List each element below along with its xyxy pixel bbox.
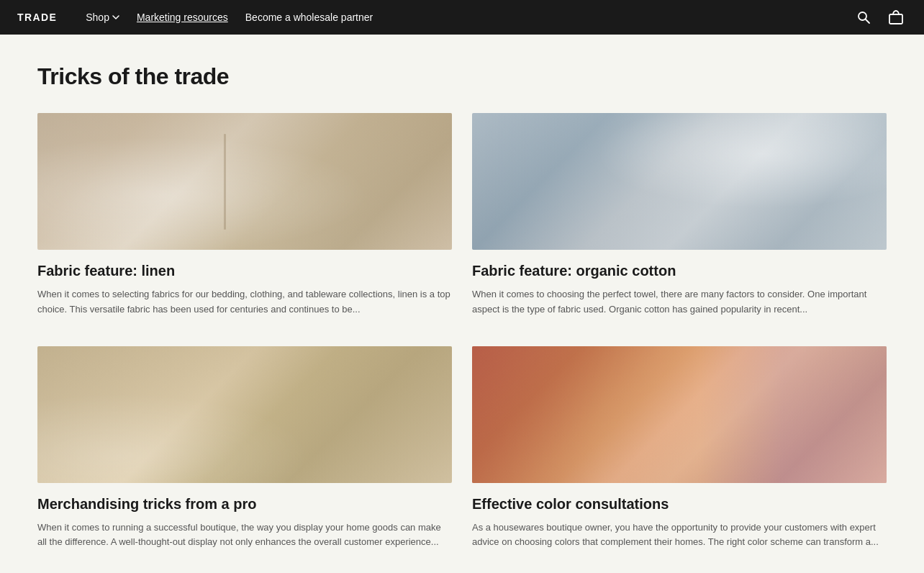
brand-logo[interactable]: TRADE — [17, 12, 57, 23]
navbar: TRADE Shop Marketing resources Become a … — [0, 0, 924, 35]
article-excerpt-merch: When it comes to running a successful bo… — [37, 520, 452, 551]
article-excerpt-color: As a housewares boutique owner, you have… — [472, 520, 887, 551]
article-thumbnail-color — [472, 346, 887, 483]
cart-icon — [888, 10, 904, 24]
article-thumbnail-cotton — [472, 113, 887, 250]
nav-icons — [853, 7, 907, 27]
article-title-merch: Merchandising tricks from a pro — [37, 495, 452, 513]
nav-wholesale[interactable]: Become a wholesale partner — [240, 9, 379, 26]
article-excerpt-linen: When it comes to selecting fabrics for o… — [37, 287, 452, 317]
nav-links: Shop Marketing resources Become a wholes… — [80, 9, 830, 26]
article-excerpt-cotton: When it comes to choosing the perfect to… — [472, 287, 887, 317]
articles-grid: Fabric feature: linen When it comes to s… — [37, 113, 887, 550]
article-image-cotton — [472, 113, 887, 250]
article-title-linen: Fabric feature: linen — [37, 261, 452, 280]
article-card-linen[interactable]: Fabric feature: linen When it comes to s… — [37, 113, 452, 317]
article-image-merch — [37, 346, 452, 483]
article-card-cotton[interactable]: Fabric feature: organic cotton When it c… — [472, 113, 887, 317]
article-image-color — [472, 346, 887, 483]
article-title-color: Effective color consultations — [472, 495, 887, 513]
article-image-linen — [37, 113, 452, 250]
search-icon — [856, 10, 871, 24]
search-button[interactable] — [853, 7, 874, 27]
article-thumbnail-linen — [37, 113, 452, 250]
nav-shop[interactable]: Shop — [80, 9, 125, 26]
article-thumbnail-merch — [37, 346, 452, 483]
nav-marketing[interactable]: Marketing resources — [131, 9, 234, 26]
chevron-down-icon — [112, 15, 119, 19]
article-title-cotton: Fabric feature: organic cotton — [472, 261, 887, 280]
page-title: Tricks of the trade — [37, 63, 887, 90]
article-card-merch[interactable]: Merchandising tricks from a pro When it … — [37, 346, 452, 551]
cart-button[interactable] — [885, 7, 907, 27]
svg-line-1 — [866, 19, 870, 24]
article-card-color[interactable]: Effective color consultations As a house… — [472, 346, 887, 551]
svg-rect-2 — [889, 14, 902, 24]
main-content: Tricks of the trade Fabric feature: line… — [0, 35, 924, 573]
